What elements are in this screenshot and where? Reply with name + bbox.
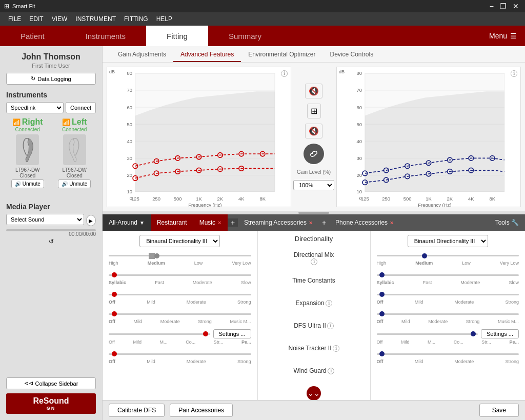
right-noise-tracker-settings-button[interactable]: Settings ... xyxy=(481,329,519,338)
left-unmute-button[interactable]: 🔊 Unmute xyxy=(58,179,91,188)
add-program-button[interactable]: + xyxy=(228,218,238,227)
right-time-constants-row: Syllabic Fast Moderate Slow xyxy=(377,271,519,285)
connect-button[interactable]: Connect xyxy=(66,102,96,113)
svg-text:2K: 2K xyxy=(217,196,224,202)
left-dfs-ultra-row: Off Mild Moderate Strong Music M... xyxy=(109,310,251,324)
streaming-close-icon[interactable]: ✕ xyxy=(309,220,313,226)
media-player: Media Player Select Sound ▶ 00:00/00:00 … xyxy=(6,196,96,245)
right-expansion-row: Off Mild Moderate Strong xyxy=(377,290,519,305)
subnav-environmental-optimizer[interactable]: Environmental Optimizer xyxy=(241,51,322,62)
svg-text:8K: 8K xyxy=(259,196,266,202)
right-unmute-button[interactable]: 🔊 Unmute xyxy=(11,179,44,188)
tab-patient[interactable]: Patient xyxy=(0,26,65,46)
left-noise-tracker-row: Settings ... Off Mild M... Co... Str... … xyxy=(109,329,251,345)
speedlink-select[interactable]: Speedlink xyxy=(6,102,64,113)
right-ear-model: LT967-DW xyxy=(15,167,40,173)
right-dir-select[interactable]: Binaural Directionality III xyxy=(408,235,488,247)
tab-restaurant[interactable]: Restaurant xyxy=(151,214,193,231)
dfs-ultra-label: DFS Ultra II ℹ xyxy=(262,314,366,337)
tab-music[interactable]: Music ✕ xyxy=(193,214,228,231)
left-time-constants-row: Syllabic Fast Moderate Slow xyxy=(109,271,251,285)
right-expansion-slider[interactable] xyxy=(377,290,519,298)
tools-button[interactable]: Tools 🔧 xyxy=(489,219,525,226)
right-chart-panel: ℹ dB 80 70 60 50 xyxy=(336,67,521,207)
tab-fitting[interactable]: Fitting xyxy=(146,26,208,46)
link-channels-button[interactable] xyxy=(304,144,324,164)
dropdown-icon: ▼ xyxy=(139,220,145,226)
menu-button[interactable]: Menu ☰ xyxy=(489,32,525,40)
left-noise-tracker-settings-button[interactable]: Settings ... xyxy=(213,329,251,338)
scroll-down-button[interactable]: ⌄⌄ xyxy=(307,386,321,400)
phone-close-icon[interactable]: ✕ xyxy=(390,220,394,226)
bottom-section: All-Around ▼ Restaurant Music ✕ + Stream… xyxy=(103,214,525,420)
chart-center-controls: 🔇 ⊞ 🔇 Gain Level (%) 100% xyxy=(293,67,334,207)
svg-text:1K: 1K xyxy=(196,196,202,202)
sound-select[interactable]: Select Sound xyxy=(6,214,84,225)
svg-text:8K: 8K xyxy=(489,196,495,202)
equalizer-button[interactable]: ⊞ xyxy=(307,104,321,118)
wind-guard-info[interactable]: ℹ xyxy=(328,368,334,374)
media-player-title: Media Player xyxy=(6,203,96,211)
left-noise-tracker-slider[interactable] xyxy=(109,330,210,338)
tab-phone[interactable]: Phone Accessories ✕ xyxy=(329,214,400,231)
content-area: Gain Adjustments Advanced Features Envir… xyxy=(103,46,525,420)
add-streaming-button[interactable]: + xyxy=(319,218,329,227)
mute-right-button[interactable]: 🔇 xyxy=(305,124,322,138)
calibrate-dfs-button[interactable]: Calibrate DFS xyxy=(109,404,165,417)
minimize-button[interactable]: − xyxy=(488,2,496,10)
tab-summary[interactable]: Summary xyxy=(208,26,282,46)
menu-help[interactable]: HELP xyxy=(156,15,172,23)
right-time-constants-slider[interactable] xyxy=(377,271,519,279)
play-button[interactable]: ▶ xyxy=(86,215,96,226)
menu-file[interactable]: FILE xyxy=(8,15,21,23)
left-dfs-slider[interactable] xyxy=(109,310,251,318)
menu-edit[interactable]: EDIT xyxy=(29,15,43,23)
left-dir-select[interactable]: Binaural Directionality III xyxy=(139,235,220,247)
dfs-ultra-info[interactable]: ℹ xyxy=(327,323,334,329)
menu-view[interactable]: VIEW xyxy=(52,15,68,23)
left-chart-info-icon[interactable]: ℹ xyxy=(281,70,288,77)
data-logging-button[interactable]: ↻ Data Logging xyxy=(6,73,96,85)
gain-level-select[interactable]: 100% xyxy=(293,180,334,190)
right-directional-mix-slider[interactable] xyxy=(377,251,519,259)
tab-streaming[interactable]: Streaming Accessories ✕ xyxy=(238,214,319,231)
scroll-down-area: ⌄⌄ xyxy=(262,386,366,400)
repeat-icon[interactable]: ↺ xyxy=(49,238,54,245)
noise-tracker-info[interactable]: ℹ xyxy=(333,345,339,352)
collapse-sidebar-button[interactable]: ⊲⊲ Collapse Sidebar xyxy=(6,377,96,389)
music-close-icon[interactable]: ✕ xyxy=(217,220,221,226)
sidebar-bottom: ⊲⊲ Collapse Sidebar ReSound GN xyxy=(6,377,96,414)
right-wind-guard-slider[interactable] xyxy=(377,350,519,358)
svg-text:Frequency (Hz): Frequency (Hz) xyxy=(418,202,451,207)
mute-left-button[interactable]: 🔇 xyxy=(305,84,322,98)
menu-fitting[interactable]: FITTING xyxy=(124,15,148,23)
svg-text:2K: 2K xyxy=(447,196,453,202)
close-button[interactable]: ✕ xyxy=(511,2,521,10)
svg-text:500: 500 xyxy=(403,196,412,202)
left-time-constants-slider[interactable] xyxy=(109,271,251,279)
right-dfs-slider[interactable] xyxy=(377,310,519,318)
menu-instrument[interactable]: INSTRUMENT xyxy=(75,15,116,23)
left-expansion-slider[interactable] xyxy=(109,290,251,298)
restore-button[interactable]: ❐ xyxy=(498,2,509,10)
user-name: John Thomson xyxy=(6,52,96,62)
left-ear-model: LT967-DW xyxy=(62,167,87,173)
subnav-device-controls[interactable]: Device Controls xyxy=(323,51,381,62)
left-directional-mix-slider[interactable] xyxy=(109,251,251,259)
wind-guard-label: Wind Guard ℹ xyxy=(262,359,366,382)
right-chart-info-icon[interactable]: ℹ xyxy=(511,70,517,77)
expansion-info[interactable]: ℹ xyxy=(326,300,332,307)
pair-accessories-button[interactable]: Pair Accessories xyxy=(170,404,233,417)
sub-nav: Gain Adjustments Advanced Features Envir… xyxy=(103,46,525,63)
left-wind-guard-slider[interactable] xyxy=(109,350,251,358)
tools-icon: 🔧 xyxy=(511,219,519,226)
tab-all-around[interactable]: All-Around ▼ xyxy=(103,214,151,231)
center-labels: Directionality Directional Mix ℹ Time Co… xyxy=(258,231,371,400)
directional-mix-info[interactable]: ℹ xyxy=(311,258,317,265)
save-button[interactable]: Save xyxy=(479,404,519,417)
subnav-gain-adjustments[interactable]: Gain Adjustments xyxy=(111,51,173,62)
left-ear-state: Closed xyxy=(67,173,83,178)
right-noise-tracker-slider[interactable] xyxy=(377,330,478,338)
tab-instruments[interactable]: Instruments xyxy=(65,26,146,46)
subnav-advanced-features[interactable]: Advanced Features xyxy=(173,51,241,62)
